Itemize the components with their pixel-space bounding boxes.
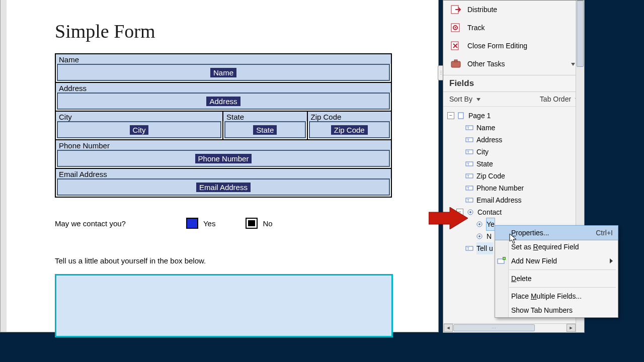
field-address-placeholder: Address <box>206 97 240 106</box>
sort-by-button[interactable]: Sort By <box>449 95 480 103</box>
tree-item-state[interactable]: TState <box>447 158 584 170</box>
vscroll-thumb[interactable] <box>577 1 584 67</box>
ctx-place-multiple[interactable]: Place Multiple Fields... <box>495 289 618 303</box>
form-outline: Name Name Address Address City City Stat… <box>55 53 392 198</box>
add-field-icon <box>497 256 506 265</box>
radio-no-icon <box>246 218 258 229</box>
svg-point-27 <box>478 235 480 237</box>
textfield-icon: T <box>465 245 473 252</box>
tool-close-form-editing[interactable]: Close Form Editing <box>443 37 575 55</box>
tree-page[interactable]: − Page 1 <box>447 110 584 122</box>
ctx-show-tab-numbers-label: Show Tab Numbers <box>511 306 573 314</box>
radio-yes-icon <box>186 218 198 229</box>
field-phone[interactable]: Phone Number <box>57 150 390 167</box>
radio-yes[interactable]: Yes <box>186 218 215 229</box>
textfield-icon: T <box>465 160 473 167</box>
form-title: Simple Form <box>55 20 413 42</box>
tree-item-email[interactable]: TEmail Address <box>447 194 584 206</box>
svg-text:T: T <box>467 162 469 166</box>
svg-text:T: T <box>467 126 469 130</box>
svg-marker-30 <box>429 207 468 229</box>
mouse-cursor-icon <box>509 233 518 244</box>
label-email: Email Address <box>56 169 391 178</box>
tool-close-form-editing-label: Close Form Editing <box>467 42 527 50</box>
textfield-icon: T <box>465 136 473 143</box>
collapse-icon[interactable]: − <box>447 112 454 119</box>
label-zip: Zip Code <box>308 112 391 121</box>
label-city: City <box>56 112 222 121</box>
chevron-down-icon <box>569 60 575 68</box>
svg-text:T: T <box>467 186 469 191</box>
tool-track-label: Track <box>467 24 485 32</box>
panel-hscrollbar[interactable]: ◄ ∙∙∙ ► <box>444 323 576 332</box>
contact-question-text: May we contact you? <box>55 219 126 228</box>
ctx-set-required-label: Set as Required Field <box>511 243 579 251</box>
tool-distribute-label: Distribute <box>467 6 497 14</box>
scroll-track[interactable]: ∙∙∙ <box>453 324 566 331</box>
field-about-textarea[interactable] <box>55 274 393 337</box>
ctx-show-tab-numbers[interactable]: Show Tab Numbers <box>495 303 618 317</box>
field-city-placeholder: City <box>130 125 149 135</box>
label-name: Name <box>56 54 391 64</box>
tree-item-address[interactable]: TAddress <box>447 134 584 146</box>
tool-distribute[interactable]: Distribute <box>443 1 575 19</box>
field-email[interactable]: Email Address <box>57 178 390 196</box>
field-email-placeholder: Email Address <box>196 183 251 192</box>
textfield-icon: T <box>465 197 473 204</box>
field-city[interactable]: City <box>57 121 221 138</box>
field-state-placeholder: State <box>253 125 277 135</box>
field-zip[interactable]: Zip Code <box>309 121 390 138</box>
field-state[interactable]: State <box>224 121 306 138</box>
radio-icon <box>475 233 484 240</box>
about-prompt: Tell us a little about yourself in the b… <box>55 256 413 265</box>
svg-text:T: T <box>467 174 469 178</box>
radio-yes-label: Yes <box>203 219 215 228</box>
svg-text:T: T <box>467 246 469 251</box>
tab-order-button[interactable]: Tab Order <box>540 95 579 103</box>
track-icon <box>450 22 461 33</box>
scroll-thumb[interactable]: ∙∙∙ <box>453 324 535 331</box>
svg-point-23 <box>469 211 471 213</box>
close-form-editing-icon <box>450 40 461 51</box>
ctx-place-multiple-label: Place Multiple Fields... <box>511 292 582 300</box>
radio-no[interactable]: No <box>246 218 272 229</box>
fields-section-header: Fields <box>443 75 584 92</box>
row-city-state-zip: City City State State Zip Code Zip Code <box>56 112 391 139</box>
svg-point-3 <box>455 27 456 29</box>
radio-no-label: No <box>263 219 272 228</box>
ctx-delete[interactable]: Delete <box>495 272 618 286</box>
field-name-placeholder: Name <box>210 68 236 77</box>
field-name[interactable]: Name <box>57 64 390 81</box>
ctx-separator <box>509 269 616 270</box>
textfield-icon: T <box>465 185 473 192</box>
tree-item-phone[interactable]: TPhone Number <box>447 182 584 194</box>
other-tasks-icon <box>450 58 461 69</box>
document-canvas: Simple Form Name Name Address Address Ci… <box>0 0 439 332</box>
tree-page-label: Page 1 <box>468 110 491 122</box>
contact-question-row: May we contact you? Yes No <box>55 218 413 229</box>
svg-point-25 <box>478 223 480 225</box>
app-root: Simple Form Name Name Address Address Ci… <box>0 0 644 362</box>
tool-track[interactable]: Track <box>443 19 575 37</box>
textfield-icon: T <box>465 124 473 131</box>
svg-rect-6 <box>454 60 457 62</box>
label-address: Address <box>56 83 391 93</box>
textfield-icon: T <box>465 148 473 155</box>
page-content: Simple Form Name Name Address Address Ci… <box>1 0 438 337</box>
tree-item-city[interactable]: TCity <box>447 146 584 158</box>
scroll-left-button[interactable]: ◄ <box>444 324 453 332</box>
svg-text:T: T <box>467 198 469 203</box>
tree-item-zip[interactable]: TZip Code <box>447 170 584 182</box>
tools-list: Distribute Track Close Form Editing Othe… <box>443 1 584 75</box>
radio-icon <box>475 221 484 228</box>
field-phone-placeholder: Phone Number <box>195 154 252 163</box>
scroll-right-button[interactable]: ► <box>567 324 576 332</box>
field-address[interactable]: Address <box>57 93 390 110</box>
svg-rect-7 <box>458 113 463 119</box>
ctx-add-new-field[interactable]: Add New Field <box>495 254 618 268</box>
submenu-arrow-icon <box>610 258 613 263</box>
field-zip-placeholder: Zip Code <box>331 125 368 135</box>
tree-item-name[interactable]: TName <box>447 122 584 134</box>
tool-other-tasks[interactable]: Other Tasks <box>443 55 575 73</box>
ctx-add-new-field-label: Add New Field <box>511 257 557 265</box>
